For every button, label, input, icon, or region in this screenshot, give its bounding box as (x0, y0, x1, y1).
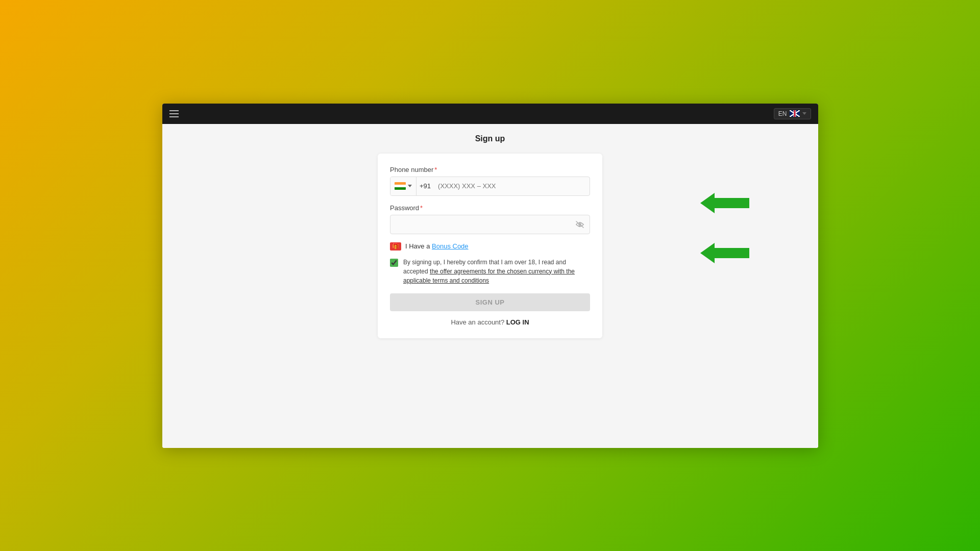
phone-required-star: * (434, 166, 437, 173)
country-selector[interactable] (390, 177, 416, 195)
password-input[interactable] (390, 220, 570, 228)
terms-row: By signing up, I hereby confirm that I a… (390, 258, 590, 285)
browser-window: EN Sign up Phone number* (162, 104, 818, 448)
language-selector[interactable]: EN (774, 108, 811, 119)
arrow-1-body (715, 198, 749, 208)
chevron-down-icon (802, 112, 806, 115)
login-row: Have an account? LOG IN (390, 318, 590, 326)
signup-form: Phone number* +91 (378, 154, 602, 338)
gift-icon: 🎁 (390, 242, 401, 251)
india-flag-icon (395, 182, 406, 190)
page-title: Sign up (475, 134, 505, 143)
arrows-container (700, 193, 749, 263)
phone-label: Phone number* (390, 166, 590, 173)
terms-checkbox[interactable] (390, 259, 398, 267)
arrow-1-head (700, 193, 715, 213)
toggle-password-button[interactable] (570, 221, 590, 228)
arrow-2-body (715, 248, 749, 258)
eye-off-icon (575, 221, 584, 228)
bonus-text: I Have a Bonus Code (405, 242, 469, 250)
uk-flag-icon (790, 110, 800, 117)
bonus-row: 🎁 I Have a Bonus Code (390, 242, 590, 251)
topbar: EN (162, 104, 818, 124)
bonus-code-link[interactable]: Bonus Code (432, 242, 469, 250)
login-link[interactable]: LOG IN (506, 318, 529, 326)
arrow-2 (700, 243, 749, 263)
signup-button[interactable]: SIGN UP (390, 293, 590, 311)
phone-input[interactable] (434, 182, 590, 190)
password-label: Password* (390, 204, 590, 212)
arrow-2-head (700, 243, 715, 263)
password-field-group: Password* (390, 204, 590, 234)
terms-text: By signing up, I hereby confirm that I a… (403, 258, 590, 285)
phone-code: +91 (416, 182, 434, 190)
lang-label: EN (778, 110, 787, 117)
country-chevron-icon (408, 185, 412, 187)
arrow-1 (700, 193, 749, 213)
phone-field-group: Phone number* +91 (390, 166, 590, 196)
phone-input-wrapper: +91 (390, 177, 590, 196)
content-area: Sign up Phone number* +91 (162, 124, 818, 448)
password-input-wrapper (390, 215, 590, 234)
hamburger-menu[interactable] (169, 110, 179, 117)
password-required-star: * (420, 204, 423, 212)
